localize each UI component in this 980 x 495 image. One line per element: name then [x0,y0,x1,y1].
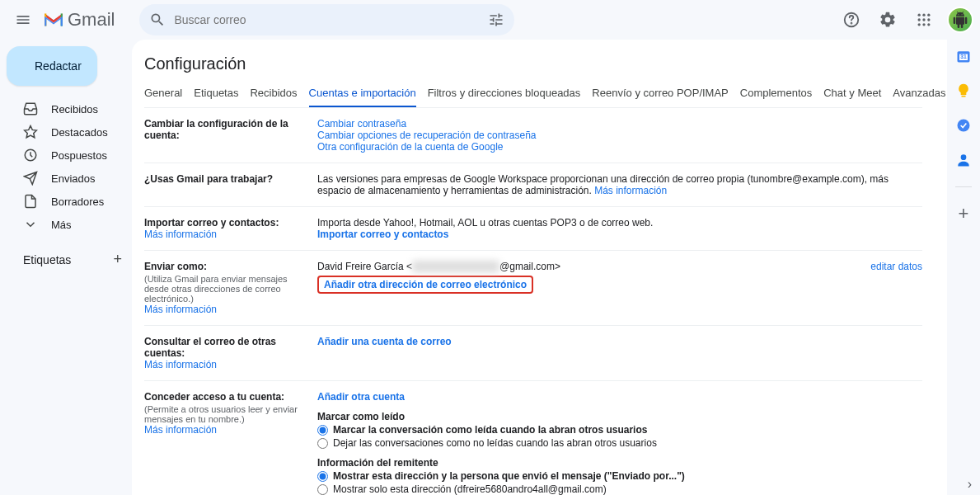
sender-opt1[interactable]: Mostrar esta dirección y la persona que … [317,470,922,482]
import-label: Importar correo y contactos: [144,217,309,229]
search-input[interactable] [174,13,488,26]
contacts-app-icon[interactable] [955,152,972,168]
svg-point-6 [922,18,925,21]
add-email-address-link[interactable]: Añadir otra dirección de correo electrón… [324,279,527,290]
settings-button[interactable] [871,3,904,36]
sender-radio2[interactable] [317,484,328,495]
apps-grid-icon [916,12,932,28]
gear-icon [879,11,897,29]
add-addon-button[interactable]: + [955,205,972,222]
section-grant-access: Conceder acceso a tu cuenta: (Permite a … [144,381,922,495]
main-content: Configuración General Etiquetas Recibido… [132,40,947,495]
svg-point-7 [927,18,930,21]
sender-opt2[interactable]: Mostrar solo esta dirección (dfreire5680… [317,483,922,495]
collapse-panel-button[interactable]: › [968,477,972,492]
send-as-email-suffix: @gmail.com> [499,261,560,272]
sidebar-item-more[interactable]: Más [7,213,132,236]
check-other-more-link[interactable]: Más información [144,359,217,370]
change-recovery-link[interactable]: Cambiar opciones de recuperación de cont… [317,130,537,141]
send-as-name: David Freire García [317,261,404,272]
chevron-down-icon [23,217,38,232]
svg-point-1 [851,23,852,24]
svg-point-4 [927,14,930,16]
svg-point-3 [922,14,925,16]
inbox-icon [23,101,38,116]
tune-icon[interactable] [488,12,504,28]
help-button[interactable] [835,3,868,36]
send-icon [23,171,38,186]
gmail-logo[interactable]: Gmail [43,9,115,31]
send-as-label: Enviar como: [144,261,309,272]
add-label-button[interactable]: + [113,251,122,268]
import-more-link[interactable]: Más información [144,229,217,240]
send-as-email-masked: ████████████ [412,261,499,272]
send-as-email-prefix: < [406,261,412,272]
page-title: Configuración [144,50,922,80]
mark-read-opt1[interactable]: Marcar la conversación como leída cuando… [317,424,922,436]
add-mail-account-link[interactable]: Añadir una cuenta de correo [317,336,452,347]
main-menu-button[interactable] [7,3,40,36]
send-as-more-link[interactable]: Más información [144,304,217,315]
section-check-other: Consultar el correo de otras cuentas: Má… [144,326,922,381]
star-icon [23,125,38,139]
section-import: Importar correo y contactos: Más informa… [144,207,922,251]
android-icon [952,12,968,28]
grant-more-link[interactable]: Más información [144,424,217,436]
tab-labels[interactable]: Etiquetas [194,80,238,107]
edit-data-link[interactable]: editar datos [870,261,922,272]
svg-text:31: 31 [960,54,967,59]
calendar-app-icon[interactable]: 31 [955,48,972,64]
sender-info-header: Información del remitente [317,457,922,469]
workspace-label: ¿Usas Gmail para trabajar? [144,173,317,196]
labels-header: Etiquetas [23,253,71,266]
help-icon [842,11,860,29]
import-mail-link[interactable]: Importar correo y contactos [317,229,448,240]
search-bar[interactable] [139,4,514,35]
svg-marker-11 [25,126,37,138]
sidebar-item-inbox[interactable]: Recibidos [7,97,132,120]
section-change-account: Cambiar la configuración de la cuenta: C… [144,108,922,163]
draft-icon [23,194,38,209]
workspace-more-link[interactable]: Más información [594,185,667,196]
right-side-panel: 31 + › [947,40,980,495]
tasks-app-icon[interactable] [955,117,972,134]
clock-icon [23,148,38,163]
tab-advanced[interactable]: Avanzadas [893,80,945,107]
sidebar-item-drafts[interactable]: Borradores [7,190,132,213]
tab-chat-meet[interactable]: Chat y Meet [823,80,881,107]
tab-general[interactable]: General [144,80,182,107]
other-google-settings-link[interactable]: Otra configuración de la cuenta de Googl… [317,141,503,153]
sender-radio1[interactable] [317,471,328,482]
sidebar-item-sent[interactable]: Enviados [7,167,132,190]
svg-point-9 [922,23,925,26]
sidebar-item-snoozed[interactable]: Pospuestos [7,144,132,167]
add-delegate-link[interactable]: Añadir otra cuenta [317,391,405,403]
apps-button[interactable] [907,3,940,36]
gmail-icon [43,12,64,28]
mark-read-radio2[interactable] [317,438,328,449]
sidebar-item-starred[interactable]: Destacados [7,120,132,144]
account-avatar[interactable] [947,7,973,33]
section-send-as: Enviar como: (Utiliza Gmail para enviar … [144,251,922,326]
change-password-link[interactable]: Cambiar contraseña [317,118,406,130]
tab-filters[interactable]: Filtros y direcciones bloqueadas [428,80,581,107]
tab-accounts-import[interactable]: Cuentas e importación [309,80,416,107]
keep-app-icon[interactable] [955,82,972,99]
import-text: Importa desde Yahoo!, Hotmail, AOL u otr… [317,217,922,229]
search-icon [149,12,166,28]
tab-inbox[interactable]: Recibidos [250,80,297,107]
svg-point-10 [927,23,930,26]
tab-forwarding-pop-imap[interactable]: Reenvío y correo POP/IMAP [592,80,728,107]
hamburger-icon [15,12,31,28]
compose-button[interactable]: Redactar [7,46,97,86]
svg-rect-16 [962,96,966,97]
mark-read-radio1[interactable] [317,425,328,436]
svg-point-8 [918,23,921,26]
mark-read-opt2[interactable]: Dejar las conversaciones como no leídas … [317,437,922,449]
check-other-label: Consultar el correo de otras cuentas: [144,336,309,359]
section-workspace: ¿Usas Gmail para trabajar? Las versiones… [144,163,922,207]
tab-addons[interactable]: Complementos [740,80,812,107]
mark-read-header: Marcar como leído [317,411,922,422]
change-account-label: Cambiar la configuración de la cuenta: [144,118,317,153]
svg-point-2 [918,14,921,16]
